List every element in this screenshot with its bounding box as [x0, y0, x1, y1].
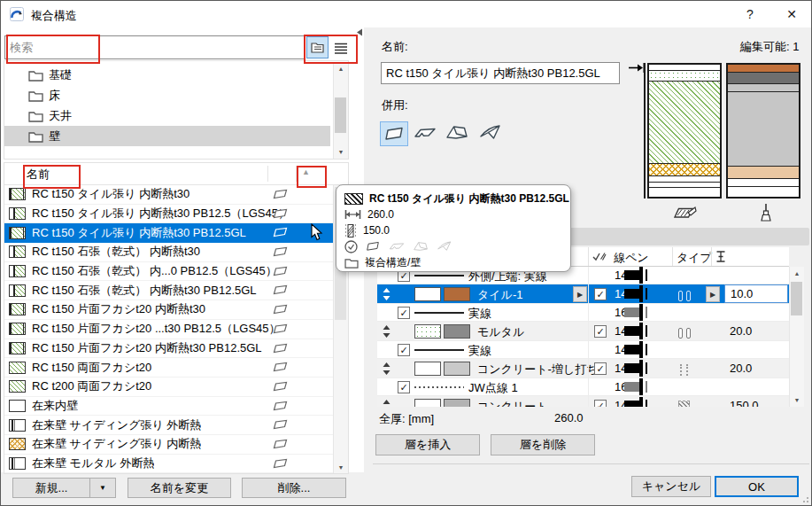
tree-view-toggle-button[interactable]	[306, 36, 329, 58]
skin-name: コンクリート	[477, 399, 548, 407]
pen-swatch[interactable]	[639, 341, 643, 358]
list-item[interactable]: RC t150 タイル張り 内断熱t30	[4, 185, 333, 205]
skin-row[interactable]: コンクリート ✓ 141 150.0	[377, 396, 789, 407]
shell-shape-icon[interactable]	[479, 123, 502, 142]
scrollbar-thumb[interactable]	[791, 282, 802, 315]
list-item[interactable]: 在来壁 サイディング張り 内断熱	[4, 435, 333, 455]
tree-item-label: 床	[49, 88, 60, 104]
surface-swatch[interactable]	[444, 324, 470, 339]
pen-swatch[interactable]	[639, 304, 643, 321]
type-column-header[interactable]: タイプ	[677, 250, 712, 266]
line-visibility-checkbox[interactable]: ✓	[398, 381, 410, 393]
help-button[interactable]: ?	[732, 1, 768, 27]
list-item[interactable]: 在来内壁	[4, 397, 333, 416]
skin-row[interactable]: モルタル ✓ 141 20.0	[377, 322, 789, 341]
delete-button[interactable]: 削除...	[242, 478, 346, 498]
pen-swatch[interactable]	[639, 397, 643, 407]
pen-column-header[interactable]: 線ペン	[614, 250, 649, 266]
separator-row[interactable]: ✓ 実線 161	[377, 304, 789, 322]
list-item[interactable]: 在来壁 モルタル 内断熱	[4, 473, 333, 474]
slab-shape-icon[interactable]	[414, 124, 437, 142]
list-item[interactable]: RC t150 片面フカシt20 内断熱t30	[4, 300, 333, 320]
roof-shape-icon[interactable]	[445, 123, 468, 142]
surface-swatch[interactable]	[444, 399, 470, 407]
surface-swatch[interactable]	[444, 287, 470, 301]
insert-layer-button[interactable]: 層を挿入	[375, 434, 480, 455]
pen-swatch[interactable]	[639, 267, 643, 284]
composite-name-input[interactable]	[381, 62, 620, 84]
list-item[interactable]: RC t150 石張（乾式） 内...0 PB12.5（LGS45）	[4, 262, 333, 282]
scroll-up-icon[interactable]: ▲	[334, 62, 348, 75]
composite-thumbnail-icon	[9, 188, 26, 200]
tree-item-wall[interactable]: 壁	[4, 126, 330, 146]
list-item-selected[interactable]: RC t150 タイル張り 内断熱t30 PB12.5GL	[4, 223, 333, 243]
folder-icon	[28, 90, 43, 102]
cut-fill-swatch[interactable]	[414, 324, 441, 339]
pen-override-checkbox[interactable]: ✓	[594, 362, 607, 375]
list-item-label: RC t150 片面フカシt20 内断熱t30	[32, 301, 205, 317]
pen-swatch[interactable]	[639, 285, 643, 302]
cut-fill-swatch[interactable]	[414, 399, 441, 407]
thickness-value[interactable]: 150.0	[730, 399, 759, 407]
list-item[interactable]: 在来壁 サイディング張り 外断熱	[4, 416, 333, 435]
ok-button[interactable]: OK	[715, 476, 799, 497]
pen-swatch[interactable]	[639, 360, 643, 377]
line-visibility-checkbox[interactable]: ✓	[398, 307, 410, 319]
thickness-value-cell[interactable]: 10.0	[724, 284, 788, 303]
list-item[interactable]: RC t150 石張（乾式） 内断熱t30	[4, 243, 333, 262]
use-wall-toggle[interactable]	[380, 121, 408, 146]
rename-button[interactable]: 名前を変更	[128, 478, 231, 498]
total-thickness-value: 260.0	[554, 411, 584, 424]
reorder-handle-icon[interactable]	[383, 400, 391, 407]
list-item[interactable]: RC t150 タイル張り 内断熱t30 PB12.5（LGS45）	[4, 205, 333, 224]
resize-grip[interactable]	[800, 494, 808, 502]
list-item[interactable]: RC t150 両面フカシt20	[4, 358, 333, 378]
cancel-button[interactable]: キャンセル	[631, 476, 711, 497]
separator-row[interactable]: ✓ 実線 141	[377, 341, 789, 359]
list-view-toggle-button[interactable]	[329, 36, 352, 58]
table-scrollbar[interactable]: ▲ ▼	[789, 267, 804, 407]
surface-swatch[interactable]	[444, 362, 470, 376]
pen-swatch[interactable]	[639, 378, 643, 395]
close-button[interactable]: ✕	[774, 1, 809, 27]
list-header-name[interactable]: 名前	[27, 167, 50, 183]
tree-item-foundation[interactable]: 基礎	[4, 65, 348, 85]
search-input[interactable]	[4, 35, 305, 59]
reorder-handle-icon[interactable]	[383, 288, 391, 300]
line-visibility-checkbox[interactable]: ✓	[398, 344, 410, 356]
list-item[interactable]: 在来壁 モルタル 外断熱	[4, 455, 333, 474]
pen-swatch[interactable]	[639, 323, 643, 339]
cut-fill-swatch[interactable]	[414, 287, 441, 301]
thickness-value[interactable]: 20.0	[730, 362, 752, 375]
tree-item-ceiling[interactable]: 天井	[4, 105, 348, 126]
scroll-up-icon[interactable]: ▲	[790, 267, 804, 280]
tree-scrollbar[interactable]: ▲ ▼	[333, 62, 348, 159]
scrollbar-thumb[interactable]	[335, 97, 346, 133]
reorder-handle-icon[interactable]	[383, 362, 391, 375]
sort-arrow-icon[interactable]: ▲	[302, 167, 310, 176]
pen-override-checkbox[interactable]: ✓	[594, 400, 607, 407]
list-item[interactable]: RC t200 両面フカシt20	[4, 378, 333, 397]
scroll-down-icon[interactable]: ▼	[334, 145, 348, 159]
scroll-down-icon[interactable]: ▼	[790, 393, 804, 407]
separator-row[interactable]: ✓ JW点線 1 161	[377, 378, 789, 396]
remove-layer-button[interactable]: 層を削除	[491, 434, 595, 455]
collapse-panel-icon[interactable]	[356, 28, 363, 36]
pen-override-checkbox[interactable]: ✓	[594, 325, 607, 338]
list-item[interactable]: RC t150 片面フカシt20 ...t30 PB12.5（LGS45）	[4, 320, 333, 339]
type-dropdown-button[interactable]: ▶	[706, 286, 720, 302]
scroll-down-icon[interactable]: ▼	[334, 461, 348, 474]
pen-override-checkbox[interactable]: ✓	[594, 288, 607, 300]
skin-row[interactable]: コンクリート-増し打ち ✓ 141 20.0	[377, 359, 789, 378]
tree-item-floor[interactable]: 床	[4, 85, 348, 105]
app-logo-icon	[10, 7, 24, 21]
list-item[interactable]: RC t150 石張（乾式） 内断熱t30 PB12.5GL	[4, 281, 333, 300]
reorder-handle-icon[interactable]	[383, 325, 391, 338]
new-dropdown-button[interactable]: ▼	[89, 478, 116, 498]
skin-row-selected[interactable]: タイル-1 ▶ ✓ 141 ▶ 10.0	[377, 284, 789, 304]
thickness-value[interactable]: 20.0	[730, 324, 752, 338]
expand-row-button[interactable]: ▶	[573, 286, 587, 302]
cut-fill-swatch[interactable]	[414, 362, 441, 376]
list-item[interactable]: RC t150 片面フカシt20 内断熱t30 PB12.5GL	[4, 339, 333, 359]
new-button[interactable]: 新規...	[12, 478, 90, 498]
